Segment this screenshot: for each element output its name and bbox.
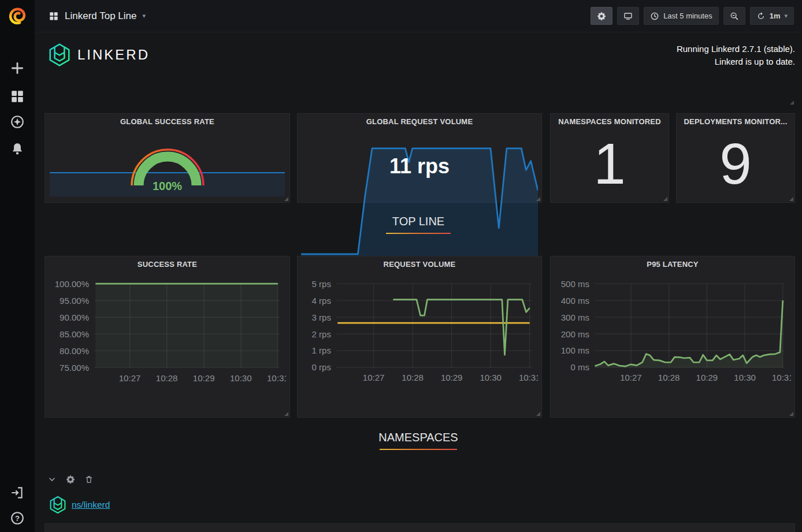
monitor-icon bbox=[623, 12, 633, 21]
panel-namespace-detail-top bbox=[44, 523, 795, 532]
trash-icon[interactable] bbox=[84, 475, 94, 484]
panel-title[interactable]: NAMESPACES MONITORED bbox=[551, 114, 669, 129]
svg-text:10:28: 10:28 bbox=[156, 373, 178, 383]
svg-text:10:30: 10:30 bbox=[480, 373, 502, 382]
p95-latency-chart[interactable]: 500 ms400 ms300 ms200 ms100 ms0 ms10:271… bbox=[554, 273, 791, 391]
panel-title[interactable]: REQUEST VOLUME bbox=[298, 256, 541, 272]
svg-text:10:30: 10:30 bbox=[230, 373, 252, 383]
panel-title[interactable]: SUCCESS RATE bbox=[45, 256, 289, 272]
svg-text:4 rps: 4 rps bbox=[312, 296, 331, 306]
dashboard-title-dropdown[interactable]: Linkerd Top Line ▾ bbox=[49, 10, 146, 22]
help-icon[interactable]: ? bbox=[10, 511, 25, 526]
refresh-icon bbox=[756, 12, 766, 21]
dashboard-content: LINKERD Running Linkerd 2.7.1 (stable). … bbox=[35, 32, 802, 532]
namespace-row: ns/linkerd bbox=[49, 496, 110, 514]
resize-handle[interactable] bbox=[789, 412, 793, 416]
svg-text:10:28: 10:28 bbox=[402, 373, 424, 382]
namespace-link[interactable]: ns/linkerd bbox=[72, 500, 110, 510]
linkerd-brand: LINKERD bbox=[47, 43, 150, 67]
sign-in-icon[interactable] bbox=[10, 485, 25, 500]
svg-text:10:31: 10:31 bbox=[519, 373, 538, 382]
resize-handle[interactable] bbox=[536, 412, 540, 416]
linkerd-logo-icon bbox=[47, 43, 72, 67]
deployments-count: 9 bbox=[677, 129, 794, 199]
svg-text:80.00%: 80.00% bbox=[60, 346, 89, 356]
panel-global-success-rate: GLOBAL SUCCESS RATE 100% bbox=[44, 113, 290, 203]
dashboard-title: Linkerd Top Line bbox=[65, 10, 136, 22]
section-title: TOP LINE bbox=[392, 215, 444, 228]
panel-title[interactable]: GLOBAL REQUEST VOLUME bbox=[298, 114, 541, 129]
panel-namespaces-monitored: NAMESPACES MONITORED 1 bbox=[550, 113, 669, 203]
dashboard-settings-button[interactable] bbox=[591, 7, 612, 25]
magnifier-zoom-out-icon bbox=[730, 12, 739, 21]
svg-text:10:28: 10:28 bbox=[658, 373, 680, 382]
resize-handle[interactable] bbox=[284, 197, 288, 201]
request-volume-value: 11 rps bbox=[298, 130, 541, 202]
section-namespaces: NAMESPACES bbox=[35, 431, 802, 450]
gauge-value: 100% bbox=[45, 180, 289, 193]
refresh-button[interactable]: 1m ▾ bbox=[750, 7, 794, 25]
nav-actions: Last 5 minutes 1m ▾ bbox=[591, 7, 794, 25]
svg-text:10:29: 10:29 bbox=[696, 373, 718, 382]
dashboard-grid-icon bbox=[49, 11, 59, 21]
svg-text:1 rps: 1 rps bbox=[312, 345, 331, 355]
success-rate-chart[interactable]: 100.00%95.00%90.00%85.00%80.00%75.00%10:… bbox=[49, 273, 286, 392]
sidebar: ? bbox=[0, 0, 35, 532]
collapse-chevron-icon[interactable] bbox=[47, 475, 57, 484]
panel-request-volume: REQUEST VOLUME 5 rps4 rps3 rps2 rps1 rps… bbox=[297, 256, 542, 418]
resize-handle[interactable] bbox=[790, 101, 794, 105]
dashboards-icon[interactable] bbox=[10, 89, 25, 104]
svg-text:2 rps: 2 rps bbox=[312, 329, 331, 339]
clock-icon bbox=[650, 12, 659, 21]
svg-text:400 ms: 400 ms bbox=[561, 296, 589, 306]
svg-text:0 rps: 0 rps bbox=[312, 362, 331, 372]
panel-global-request-volume: GLOBAL REQUEST VOLUME 11 rps bbox=[297, 113, 542, 203]
refresh-interval-label: 1m bbox=[770, 12, 781, 20]
gear-icon bbox=[597, 12, 606, 21]
request-volume-chart[interactable]: 5 rps4 rps3 rps2 rps1 rps0 rps10:2710:28… bbox=[301, 273, 538, 391]
zoom-out-time-button[interactable] bbox=[723, 7, 745, 25]
svg-text:10:27: 10:27 bbox=[363, 373, 385, 382]
svg-text:75.00%: 75.00% bbox=[60, 363, 89, 373]
cycle-view-mode-button[interactable] bbox=[617, 7, 639, 25]
svg-text:0 ms: 0 ms bbox=[570, 362, 589, 372]
explore-icon[interactable] bbox=[10, 114, 25, 129]
svg-text:10:31: 10:31 bbox=[267, 373, 286, 383]
linkerd-wordmark: LINKERD bbox=[77, 47, 150, 63]
gear-icon[interactable] bbox=[66, 475, 75, 484]
chevron-down-icon: ▾ bbox=[142, 12, 146, 20]
svg-text:10:29: 10:29 bbox=[441, 373, 463, 382]
plus-icon[interactable] bbox=[10, 61, 25, 76]
svg-text:100.00%: 100.00% bbox=[55, 279, 89, 289]
svg-text:10:29: 10:29 bbox=[193, 373, 215, 383]
svg-text:3 rps: 3 rps bbox=[312, 312, 331, 322]
status-line-1: Running Linkerd 2.7.1 (stable). bbox=[677, 43, 795, 55]
alerting-bell-icon[interactable] bbox=[10, 142, 25, 157]
section-top-line: TOP LINE bbox=[35, 215, 802, 234]
panel-p95-latency: P95 LATENCY 500 ms400 ms300 ms200 ms100 … bbox=[550, 256, 795, 418]
section-underline bbox=[380, 449, 457, 450]
svg-text:90.00%: 90.00% bbox=[60, 312, 89, 322]
panel-success-rate: SUCCESS RATE 100.00%95.00%90.00%85.00%80… bbox=[44, 256, 290, 418]
panel-title[interactable]: P95 LATENCY bbox=[551, 256, 794, 272]
time-range-button[interactable]: Last 5 minutes bbox=[644, 7, 719, 25]
resize-handle[interactable] bbox=[663, 197, 667, 201]
svg-text:10:27: 10:27 bbox=[119, 373, 141, 383]
svg-text:85.00%: 85.00% bbox=[60, 329, 89, 339]
svg-text:10:27: 10:27 bbox=[620, 373, 642, 382]
svg-text:200 ms: 200 ms bbox=[561, 329, 589, 339]
resize-handle[interactable] bbox=[789, 197, 793, 201]
panel-title[interactable]: GLOBAL SUCCESS RATE bbox=[45, 114, 289, 129]
resize-handle[interactable] bbox=[284, 412, 288, 416]
linkerd-ns-icon bbox=[49, 496, 67, 514]
svg-text:95.00%: 95.00% bbox=[60, 296, 89, 306]
grafana-logo-icon[interactable] bbox=[8, 7, 27, 25]
svg-text:5 rps: 5 rps bbox=[312, 279, 331, 289]
svg-text:?: ? bbox=[15, 514, 20, 523]
section-underline bbox=[386, 233, 451, 234]
svg-text:300 ms: 300 ms bbox=[561, 312, 589, 322]
grafana-dashboard: ? Linkerd Top Line ▾ Last 5 minutes bbox=[0, 0, 802, 532]
top-navbar: Linkerd Top Line ▾ Last 5 minutes 1m ▾ bbox=[35, 0, 802, 32]
panel-deployments-monitored: DEPLOYMENTS MONITOR... 9 bbox=[676, 113, 795, 203]
panel-title[interactable]: DEPLOYMENTS MONITOR... bbox=[677, 114, 794, 129]
